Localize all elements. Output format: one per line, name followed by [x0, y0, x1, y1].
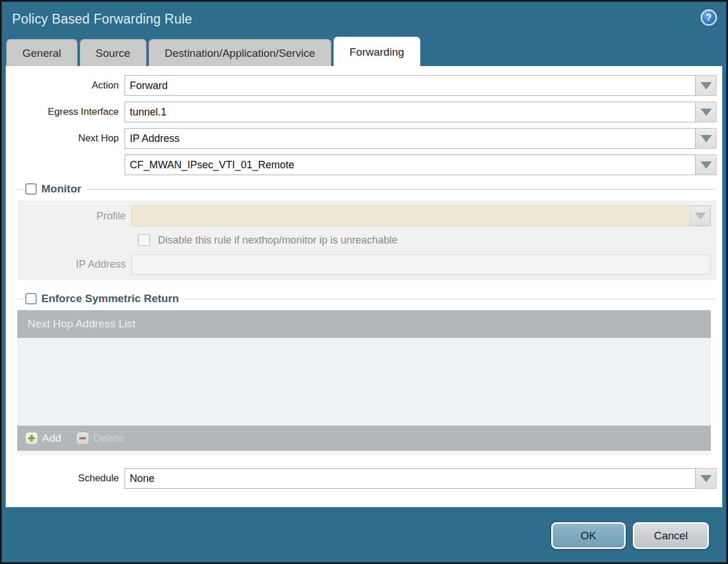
next-hop-label: Next Hop — [17, 133, 125, 144]
schedule-dropdown-button[interactable] — [696, 468, 717, 489]
next-hop-address-value: CF_MWAN_IPsec_VTI_01_Remote — [130, 159, 294, 171]
tab-source[interactable]: Source — [80, 39, 146, 66]
minus-icon — [76, 432, 89, 445]
ok-button[interactable]: OK — [551, 522, 626, 549]
chevron-down-icon — [700, 82, 712, 90]
chevron-down-icon — [700, 161, 712, 169]
cancel-button[interactable]: Cancel — [633, 522, 709, 549]
next-hop-address-row: CF_MWAN_IPsec_VTI_01_Remote — [17, 154, 717, 175]
disable-rule-row: Disable this rule if nexthop/monitor ip … — [138, 234, 717, 246]
next-hop-address-list-body[interactable] — [17, 338, 711, 426]
next-hop-address-dropdown-button[interactable] — [696, 154, 717, 175]
egress-interface-row: Egress Interface tunnel.1 — [17, 102, 717, 122]
egress-interface-value: tunnel.1 — [130, 106, 166, 118]
action-label: Action — [17, 80, 125, 91]
forwarding-tab-panel: Action Forward Egress Interface tunnel.1 — [6, 66, 722, 507]
next-hop-type-dropdown-button[interactable] — [696, 128, 717, 149]
next-hop-type-select[interactable]: IP Address — [125, 128, 696, 149]
help-icon[interactable]: ? — [700, 9, 717, 26]
next-hop-address-list-toolbar: Add Delete — [17, 426, 711, 451]
enforce-symmetric-return-label: Enforce Symmetric Return — [41, 292, 184, 305]
next-hop-address-select[interactable]: CF_MWAN_IPsec_VTI_01_Remote — [125, 154, 696, 175]
action-dropdown-button[interactable] — [696, 75, 717, 96]
add-button-label: Add — [42, 432, 61, 445]
dialog-footer: OK Cancel — [2, 507, 726, 562]
schedule-label: Schedule — [17, 473, 125, 484]
chevron-down-icon — [695, 213, 706, 220]
fieldset-line — [86, 189, 715, 190]
chevron-down-icon — [700, 475, 712, 482]
disable-rule-label: Disable this rule if nexthop/monitor ip … — [158, 234, 397, 246]
profile-label: Profile — [17, 210, 131, 222]
chevron-down-icon — [700, 135, 712, 142]
dialog-titlebar: Policy Based Forwarding Rule ? — [2, 2, 726, 36]
plus-icon — [25, 432, 38, 445]
next-hop-type-value: IP Address — [130, 133, 180, 145]
add-button[interactable]: Add — [25, 432, 61, 445]
next-hop-row: Next Hop IP Address — [17, 128, 717, 149]
monitor-ip-address-input — [131, 254, 711, 275]
policy-based-forwarding-dialog: Policy Based Forwarding Rule ? General S… — [0, 0, 728, 564]
next-hop-address-list-header: Next Hop Address List — [17, 310, 711, 338]
tab-bar: General Source Destination/Application/S… — [2, 36, 726, 66]
next-hop-address-list-header-label: Next Hop Address List — [28, 318, 135, 330]
dialog-title: Policy Based Forwarding Rule — [12, 11, 192, 27]
schedule-value: None — [130, 473, 154, 485]
action-value: Forward — [130, 80, 168, 92]
disable-rule-checkbox — [138, 234, 150, 246]
schedule-select[interactable]: None — [125, 468, 696, 489]
monitor-ip-address-label: IP Address — [17, 258, 131, 271]
egress-interface-select[interactable]: tunnel.1 — [125, 102, 696, 122]
schedule-row: Schedule None — [17, 468, 717, 489]
enforce-symmetric-return-checkbox[interactable] — [25, 293, 37, 304]
monitor-legend-label: Monitor — [41, 183, 86, 195]
egress-interface-label: Egress Interface — [17, 106, 125, 118]
profile-row: Profile — [17, 206, 717, 226]
monitor-panel: Profile Disable this rule if nexthop/mon… — [17, 200, 717, 280]
monitor-legend-row: Monitor — [17, 182, 717, 196]
tab-destination-application-service[interactable]: Destination/Application/Service — [149, 39, 331, 66]
fieldset-line — [17, 189, 24, 190]
fieldset-line — [184, 299, 715, 299]
egress-interface-dropdown-button[interactable] — [696, 102, 717, 122]
chevron-down-icon — [700, 109, 712, 116]
monitor-checkbox[interactable] — [25, 183, 37, 195]
action-select[interactable]: Forward — [125, 75, 696, 96]
action-row: Action Forward — [17, 75, 717, 96]
fieldset-line — [17, 299, 24, 299]
next-hop-address-list-table: Next Hop Address List Add Delete — [17, 310, 711, 455]
delete-button-label: Delete — [93, 432, 125, 445]
monitor-ip-address-row: IP Address — [17, 254, 717, 275]
delete-button: Delete — [76, 432, 125, 445]
help-glyph: ? — [706, 13, 712, 23]
profile-select — [131, 206, 690, 226]
symmetric-return-legend-row: Enforce Symmetric Return — [17, 292, 717, 306]
tab-forwarding[interactable]: Forwarding — [334, 37, 420, 66]
tab-general[interactable]: General — [6, 39, 78, 66]
profile-dropdown-button — [690, 206, 711, 226]
